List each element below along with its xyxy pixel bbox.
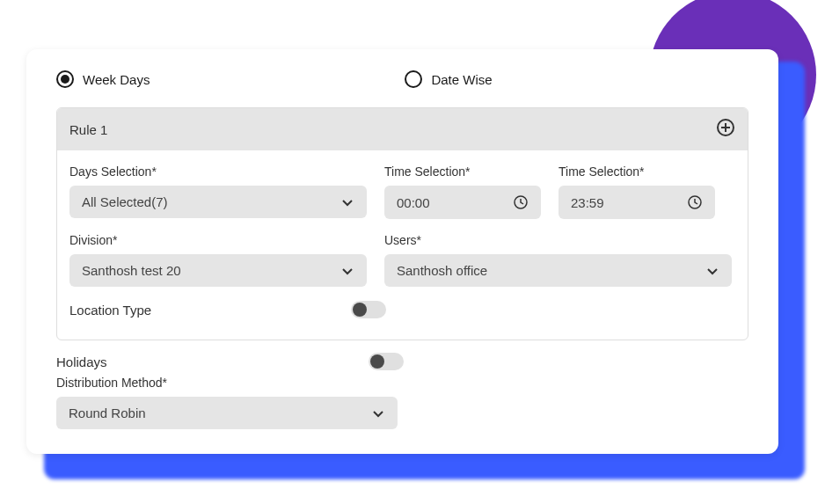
distribution-field: Distribution Method* Round Robin xyxy=(56,376,748,429)
users-label: Users* xyxy=(384,233,732,247)
chevron-down-icon xyxy=(340,195,354,209)
days-selection-label: Days Selection* xyxy=(69,164,367,179)
schedule-mode-radio-group: Week Days Date Wise xyxy=(56,70,748,88)
plus-circle-icon xyxy=(716,118,735,137)
chevron-down-icon xyxy=(705,264,719,278)
datewise-radio-label: Date Wise xyxy=(431,72,492,87)
days-selection-value: All Selected(7) xyxy=(82,194,168,209)
holidays-toggle[interactable] xyxy=(369,353,404,370)
weekdays-radio-label: Week Days xyxy=(83,72,150,87)
users-field: Users* Santhosh office xyxy=(384,233,732,287)
users-dropdown[interactable]: Santhosh office xyxy=(384,254,732,287)
chevron-down-icon xyxy=(371,406,385,420)
datewise-radio-option[interactable]: Date Wise xyxy=(405,70,492,88)
location-type-row: Location Type xyxy=(69,301,386,318)
location-type-label: Location Type xyxy=(69,303,151,318)
time-end-field: Time Selection* 23:59 xyxy=(559,164,715,219)
days-selection-dropdown[interactable]: All Selected(7) xyxy=(69,186,367,218)
clock-icon xyxy=(513,194,529,210)
distribution-value: Round Robin xyxy=(69,405,146,420)
rule-title: Rule 1 xyxy=(69,122,107,137)
time-start-value: 00:00 xyxy=(397,195,430,210)
distribution-dropdown[interactable]: Round Robin xyxy=(56,397,398,429)
toggle-knob xyxy=(353,303,367,317)
time-end-label: Time Selection* xyxy=(559,164,715,179)
radio-icon xyxy=(405,70,422,88)
division-field: Division* Santhosh test 20 xyxy=(69,233,367,287)
time-start-input[interactable]: 00:00 xyxy=(384,186,541,219)
users-value: Santhosh office xyxy=(397,263,487,278)
rule-body: Days Selection* All Selected(7) Time Sel… xyxy=(57,150,748,340)
time-end-input[interactable]: 23:59 xyxy=(559,186,715,219)
add-rule-button[interactable] xyxy=(716,118,735,141)
weekdays-radio-option[interactable]: Week Days xyxy=(56,70,150,88)
chevron-down-icon xyxy=(340,264,354,278)
holidays-label: Holidays xyxy=(56,354,107,369)
rule-container: Rule 1 Days Selection* All Selected(7) xyxy=(56,107,748,340)
days-selection-field: Days Selection* All Selected(7) xyxy=(69,164,367,219)
time-start-field: Time Selection* 00:00 xyxy=(384,164,541,219)
location-type-toggle[interactable] xyxy=(351,301,386,318)
division-label: Division* xyxy=(69,233,367,247)
division-value: Santhosh test 20 xyxy=(82,263,181,278)
clock-icon xyxy=(687,194,703,210)
toggle-knob xyxy=(370,354,384,369)
holidays-row: Holidays xyxy=(56,353,404,370)
rule-header: Rule 1 xyxy=(57,108,748,150)
radio-icon xyxy=(56,70,74,88)
division-dropdown[interactable]: Santhosh test 20 xyxy=(69,254,367,287)
time-start-label: Time Selection* xyxy=(384,164,541,179)
form-card: Week Days Date Wise Rule 1 Days Selectio… xyxy=(26,49,778,454)
time-end-value: 23:59 xyxy=(571,195,604,210)
distribution-label: Distribution Method* xyxy=(56,376,748,390)
